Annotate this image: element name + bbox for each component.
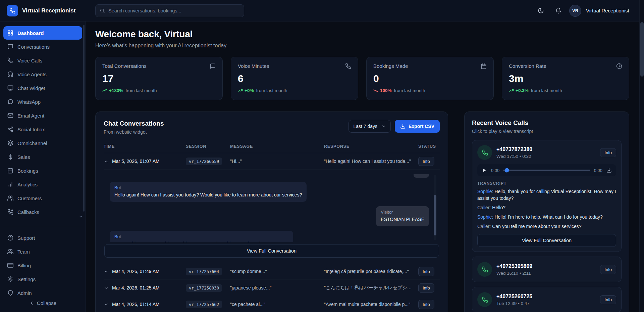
stat-value: 17 (102, 73, 216, 84)
table-row[interactable]: Mar 5, 2026, 01:07 AM vr_177266559 "Hi..… (104, 153, 440, 170)
conversation-scrollbar-thumb[interactable] (434, 195, 436, 235)
chevron-down-icon (381, 124, 386, 129)
clipped-message-bubble (414, 174, 429, 178)
collapse-button[interactable]: Collapse (3, 300, 82, 307)
stat-label: Voice Minutes (238, 63, 269, 69)
collapse-label: Collapse (37, 300, 56, 306)
transcript-line: Sophie: Hello! I'm here to help. What ca… (477, 214, 616, 221)
chevron-down-icon (104, 302, 109, 307)
session-id: vr_177258030 (186, 284, 222, 292)
sidebar-item-label: Voice Agents (17, 72, 47, 77)
sidebar-item-admin[interactable]: Admin (3, 286, 82, 300)
app-root: Virtual Receptionist VR Virtual Receptio… (0, 0, 644, 312)
sidebar-item-bookings[interactable]: Bookings (3, 164, 82, 177)
sidebar-item-label: Callbacks (17, 209, 39, 215)
row-message: "japanese please..." (230, 285, 324, 291)
download-recording-button[interactable] (606, 167, 612, 173)
sidebar-nav: Dashboard Conversations Voice Calls Voic… (3, 26, 82, 219)
stat-delta: 100% (380, 88, 392, 93)
sidebar-item-voice-calls[interactable]: Voice Calls (3, 54, 82, 67)
message-sender: Bot (114, 234, 288, 239)
global-search[interactable] (95, 4, 244, 17)
call-number: +40725260725 (496, 294, 532, 300)
chevron-up-icon (104, 159, 109, 164)
stat-card-voice-minutes: Voice Minutes 6 +0%from last month (231, 57, 358, 100)
call-meta: Tue 12:39 • 0:47 (496, 301, 532, 306)
brand[interactable]: Virtual Receptionist (0, 5, 86, 16)
sidebar-item-conversations[interactable]: Conversations (3, 40, 82, 53)
voice-call-card[interactable]: +40725260725 Tue 12:39 • 0:47 Info (472, 287, 622, 312)
page-scrollbar-thumb[interactable] (640, 22, 644, 77)
info-badge[interactable]: Info (600, 265, 616, 274)
calendar-icon (7, 168, 13, 174)
transcript-line: Caller: Hello? (477, 205, 616, 211)
bell-icon (555, 7, 561, 14)
export-csv-button[interactable]: Export CSV (395, 120, 440, 133)
table-row[interactable]: Mar 4, 2026, 01:49 AM vr_177257604 "scum… (104, 263, 440, 280)
chevron-down-icon (104, 285, 109, 291)
sidebar-item-label: Voice Calls (17, 58, 42, 63)
info-badge[interactable]: Info (418, 300, 434, 309)
chat-panel-title: Chat Conversations (104, 120, 164, 127)
chat-conversations-panel: Chat Conversations From website widget L… (95, 112, 448, 312)
page-scrollbar[interactable] (639, 0, 644, 312)
gear-icon (7, 276, 13, 282)
date-range-select[interactable]: Last 7 days (348, 120, 391, 133)
sidebar-item-settings[interactable]: Settings (3, 272, 82, 286)
sidebar-item-support[interactable]: Support (3, 231, 82, 244)
message-text: Tere! Kuidas ma saan teid täna aidata? K… (114, 241, 288, 242)
trend-down-icon (373, 88, 378, 93)
phone-icon (345, 63, 351, 69)
sidebar-item-billing[interactable]: Billing (3, 259, 82, 272)
column-response: RESPONSE (324, 144, 418, 149)
transcript-line: Sophie: Hello, thank you for calling Vir… (477, 188, 616, 202)
sidebar-item-social-inbox[interactable]: Social Inbox (3, 123, 82, 136)
play-button[interactable] (481, 167, 487, 173)
stat-card-bookings-made: Bookings Made 0 100%from last month (366, 57, 494, 100)
phone-icon (9, 8, 15, 14)
sidebar-item-voice-agents[interactable]: Voice Agents (3, 68, 82, 81)
info-badge[interactable]: Info (418, 157, 434, 166)
sidebar-item-analytics[interactable]: Analytics (3, 178, 82, 191)
chevron-down-icon (78, 214, 83, 219)
conversation-scroll-area[interactable]: Bot Hello again! How can I assist you to… (104, 173, 439, 242)
info-badge[interactable]: Info (418, 283, 434, 293)
transcript-text: Hello, thank you for calling Virtual Rec… (477, 189, 616, 201)
call-meta: Wed 17:50 • 0:32 (496, 154, 532, 159)
avatar[interactable]: VR (569, 5, 581, 17)
sidebar-scrollbar[interactable] (83, 25, 85, 212)
table-row[interactable]: Mar 4, 2026, 01:14 AM vr_177257662 "ce p… (104, 296, 440, 312)
sidebar-item-chat-widget[interactable]: Chat Widget (3, 81, 82, 95)
notifications-button[interactable] (552, 4, 565, 17)
view-full-conversation-button[interactable]: View Full Conversation (104, 244, 439, 258)
search-input[interactable] (108, 8, 240, 13)
seek-slider[interactable] (503, 170, 590, 171)
info-badge[interactable]: Info (600, 295, 616, 304)
sidebar-item-email-agent[interactable]: Email Agent (3, 109, 82, 122)
sidebar-item-label: Team (17, 249, 30, 255)
voice-call-card[interactable]: +40725395869 Wed 16:10 • 2:11 Info (472, 257, 622, 282)
sidebar-item-callbacks[interactable]: Callbacks (3, 205, 82, 219)
help-icon (7, 235, 13, 241)
sidebar-item-label: Email Agent (17, 113, 44, 119)
sidebar-item-sales[interactable]: Sales (3, 150, 82, 164)
sidebar-item-customers[interactable]: Customers (3, 191, 82, 205)
content-columns: Chat Conversations From website widget L… (95, 112, 629, 312)
info-badge[interactable]: Info (418, 267, 434, 276)
sidebar-item-whatsapp[interactable]: WhatsApp (3, 95, 82, 108)
row-time: Mar 5, 2026, 01:07 AM (112, 159, 160, 164)
view-full-conversation-button[interactable]: View Full Conversation (477, 234, 616, 247)
table-row[interactable]: Mar 4, 2026, 01:25 AM vr_177258030 "japa… (104, 280, 440, 296)
player-current-time: 0:00 (491, 168, 499, 173)
calendar-icon (481, 63, 487, 69)
page-title: Welcome back, Virtual (95, 29, 629, 40)
sidebar-item-team[interactable]: Team (3, 245, 82, 258)
call-meta: Wed 16:10 • 2:11 (496, 271, 532, 276)
transcript-speaker: Caller: (477, 224, 491, 229)
sidebar-item-omnichannel[interactable]: Omnichannel (3, 136, 82, 150)
theme-toggle-button[interactable] (534, 4, 547, 17)
sidebar-item-dashboard[interactable]: Dashboard (3, 26, 82, 40)
seek-slider-thumb[interactable] (504, 168, 509, 173)
row-message: "scump domne..." (230, 269, 324, 274)
info-badge[interactable]: Info (600, 148, 616, 157)
